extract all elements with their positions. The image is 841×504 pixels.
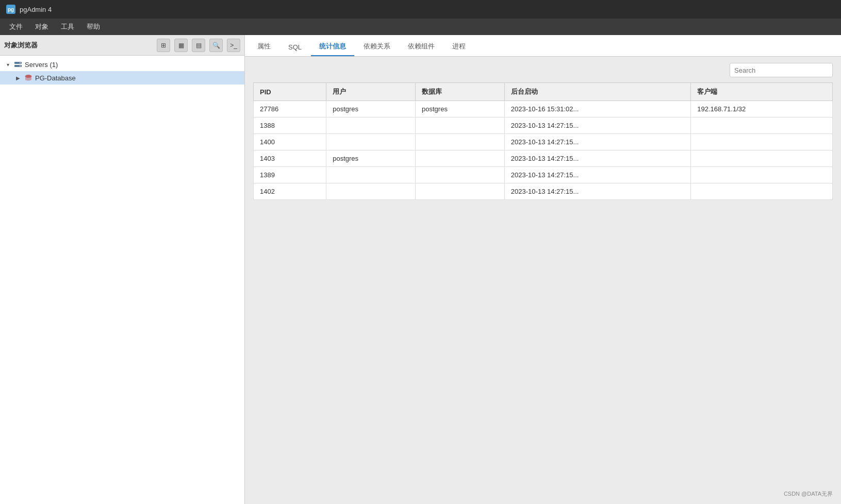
table-button[interactable]: ▦ (174, 39, 188, 52)
table-row[interactable]: 27786postgrespostgres2023-10-16 15:31:02… (254, 101, 833, 117)
sidebar-item-servers[interactable]: ▾ Servers (1) (0, 58, 244, 71)
cell-user (326, 183, 416, 200)
cell-started: 2023-10-16 15:31:02... (504, 101, 690, 117)
app-title: pgAdmin 4 (20, 6, 52, 13)
cell-client (691, 150, 833, 167)
menu-object[interactable]: 对象 (30, 20, 54, 33)
table-row[interactable]: 13892023-10-13 14:27:15... (254, 167, 833, 183)
svg-point-2 (20, 62, 21, 63)
menu-bar: 文件 对象 工具 帮助 (0, 19, 841, 35)
pg-database-label: PG-Database (35, 74, 76, 82)
sidebar-header: 对象浏览器 ⊞ ▦ ▤ 🔍 >_ (0, 35, 244, 56)
table-content: PID 用户 数据库 后台启动 客户端 27786postgrespostgre… (245, 57, 841, 504)
cell-pid: 1388 (254, 117, 326, 134)
col-database: 数据库 (416, 83, 505, 101)
cell-database (416, 150, 505, 167)
table-header: PID 用户 数据库 后台启动 客户端 (254, 83, 833, 101)
sidebar: 对象浏览器 ⊞ ▦ ▤ 🔍 >_ ▾ Servers (1) (0, 35, 245, 504)
column-button[interactable]: ▤ (192, 39, 205, 52)
cell-database (416, 117, 505, 134)
cell-pid: 1403 (254, 150, 326, 167)
svg-point-3 (20, 65, 21, 66)
cell-client (691, 183, 833, 200)
cell-started: 2023-10-13 14:27:15... (504, 183, 690, 200)
terminal-button[interactable]: >_ (227, 39, 240, 52)
cell-started: 2023-10-13 14:27:15... (504, 117, 690, 134)
tab-dependents[interactable]: 依赖组件 (400, 38, 443, 56)
col-client: 客户端 (691, 83, 833, 101)
col-pid: PID (254, 83, 326, 101)
table-row[interactable]: 1403postgres2023-10-13 14:27:15... (254, 150, 833, 167)
chevron-down-icon: ▾ (4, 61, 11, 68)
watermark: CSDN @DATA无界 (784, 490, 833, 498)
sidebar-item-pg-database[interactable]: ▶ PG-Database (0, 71, 244, 85)
table-row[interactable]: 14022023-10-13 14:27:15... (254, 183, 833, 200)
cell-started: 2023-10-13 14:27:15... (504, 134, 690, 150)
cell-started: 2023-10-13 14:27:15... (504, 150, 690, 167)
chevron-right-icon: ▶ (14, 74, 22, 81)
cell-client: 192.168.71.1/32 (691, 101, 833, 117)
cell-pid: 1389 (254, 167, 326, 183)
search-input[interactable] (730, 63, 833, 77)
tab-bar: 属性 SQL 统计信息 依赖关系 依赖组件 进程 (245, 35, 841, 57)
cell-client (691, 134, 833, 150)
cell-pid: 27786 (254, 101, 326, 117)
cell-user: postgres (326, 150, 416, 167)
tab-sql[interactable]: SQL (280, 39, 310, 56)
cell-user: postgres (326, 101, 416, 117)
data-table: PID 用户 数据库 后台启动 客户端 27786postgrespostgre… (253, 82, 833, 200)
tab-processes[interactable]: 进程 (444, 38, 474, 56)
cell-pid: 1402 (254, 183, 326, 200)
sidebar-title: 对象浏览器 (4, 41, 153, 50)
server-icon (13, 60, 23, 69)
main-layout: 对象浏览器 ⊞ ▦ ▤ 🔍 >_ ▾ Servers (1) (0, 35, 841, 504)
tab-properties[interactable]: 属性 (249, 38, 279, 56)
tab-dependencies[interactable]: 依赖关系 (355, 38, 399, 56)
tab-statistics[interactable]: 统计信息 (311, 38, 354, 56)
col-started: 后台启动 (504, 83, 690, 101)
cell-client (691, 167, 833, 183)
cell-database (416, 183, 505, 200)
sidebar-tree: ▾ Servers (1) ▶ (0, 56, 244, 504)
cell-client (691, 117, 833, 134)
cell-database: postgres (416, 101, 505, 117)
col-user: 用户 (326, 83, 416, 101)
menu-tools[interactable]: 工具 (56, 20, 79, 33)
search-button[interactable]: 🔍 (209, 39, 223, 52)
cell-started: 2023-10-13 14:27:15... (504, 167, 690, 183)
cell-database (416, 134, 505, 150)
server-group-button[interactable]: ⊞ (157, 39, 170, 52)
table-row[interactable]: 14002023-10-13 14:27:15... (254, 134, 833, 150)
title-bar: pg pgAdmin 4 (0, 0, 841, 19)
menu-help[interactable]: 帮助 (81, 20, 105, 33)
search-bar (253, 63, 833, 77)
servers-label: Servers (1) (25, 61, 58, 69)
table-row[interactable]: 13882023-10-13 14:27:15... (254, 117, 833, 134)
cell-user (326, 117, 416, 134)
menu-file[interactable]: 文件 (4, 20, 28, 33)
cell-pid: 1400 (254, 134, 326, 150)
table-body: 27786postgrespostgres2023-10-16 15:31:02… (254, 101, 833, 200)
cell-user (326, 134, 416, 150)
content-area: 属性 SQL 统计信息 依赖关系 依赖组件 进程 PID 用户 数据库 后台启动… (245, 35, 841, 504)
cell-database (416, 167, 505, 183)
database-icon (24, 73, 33, 82)
app-icon: pg (6, 5, 15, 14)
cell-user (326, 167, 416, 183)
